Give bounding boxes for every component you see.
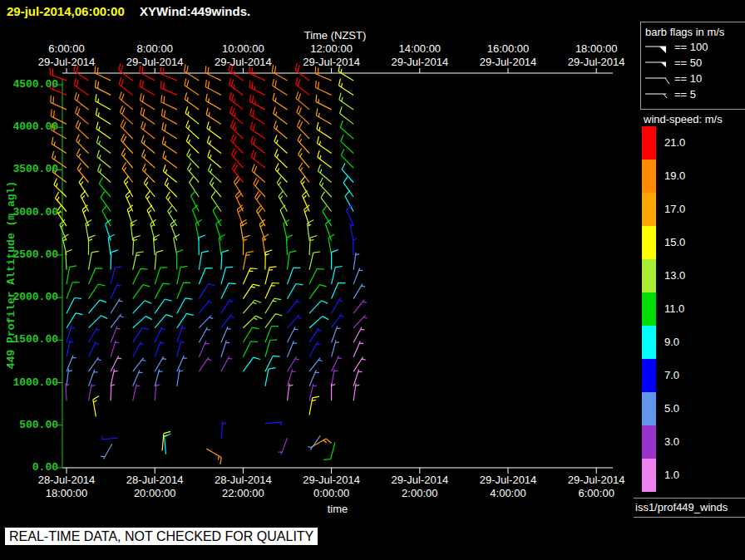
wind-barb <box>265 422 283 426</box>
wind-barb <box>161 95 177 110</box>
colorbar-value: 5.0 <box>664 402 679 415</box>
wind-barb <box>288 356 299 371</box>
wind-barb <box>265 368 276 386</box>
colorbar-swatch <box>642 459 656 492</box>
wind-barb <box>177 313 194 327</box>
wind-barb <box>161 81 177 95</box>
wind-barb <box>316 95 332 110</box>
bottom-axis-tick-date: 29-Jul-2014 <box>464 474 552 487</box>
wind-barb <box>199 327 210 342</box>
wind-barb <box>332 356 342 371</box>
top-axis-tick-date: 29-Jul-2014 <box>22 56 111 69</box>
wind-barb <box>120 91 133 109</box>
wind-barb <box>317 122 332 139</box>
quality-warning-banner: REAL-TIME DATA, NOT CHECKED FOR QUALITY <box>5 528 318 545</box>
wind-barb <box>89 370 98 386</box>
pennant-50-icon <box>644 56 671 70</box>
y-axis-tick-label: 0.00 <box>0 461 58 474</box>
wind-barb <box>93 396 99 417</box>
bottom-axis-tick-date: 28-Jul-2014 <box>111 474 199 487</box>
bottom-axis-tick-date: 29-Jul-2014 <box>288 474 376 487</box>
wind-barb <box>345 191 353 212</box>
wind-barb <box>111 267 122 284</box>
wind-barb <box>177 356 187 371</box>
wind-barb <box>279 438 288 454</box>
wind-barb <box>353 370 362 386</box>
wind-barb <box>199 341 209 357</box>
wind-barb <box>221 356 232 372</box>
wind-barb <box>221 267 233 284</box>
wind-barb <box>274 107 288 125</box>
wind-barb <box>190 191 199 212</box>
wind-barb <box>133 384 141 401</box>
wind-barb <box>161 109 176 125</box>
wind-barb <box>288 370 296 386</box>
wind-barb <box>75 92 89 110</box>
wind-barb <box>199 357 211 371</box>
colorbar-swatch <box>642 193 656 226</box>
wind-barb <box>155 283 170 299</box>
wind-barb <box>67 356 76 371</box>
wind-barb <box>353 384 359 401</box>
colorbar-value: 11.0 <box>664 302 684 316</box>
wind-barb <box>133 341 144 357</box>
bottom-axis-tick-time: 6:00:00 <box>552 487 640 500</box>
colorbar-swatch <box>642 392 656 425</box>
wind-barb <box>243 252 253 270</box>
wind-barb <box>332 327 341 343</box>
colorbar-swatch <box>642 425 656 459</box>
wind-barb <box>332 340 339 356</box>
wind-barb <box>206 449 221 464</box>
wind-barb <box>251 150 265 168</box>
wind-barb <box>124 176 133 197</box>
bottom-axis-tick-date: 28-Jul-2014 <box>22 474 111 487</box>
colorbar-value: 7.0 <box>664 369 679 382</box>
wind-barb <box>332 383 336 400</box>
wind-barb <box>199 316 213 328</box>
wind-barb <box>265 340 277 357</box>
colorbar-swatch <box>642 160 656 193</box>
wind-barb <box>255 191 265 211</box>
y-axis-tick-label: 2500.00 <box>0 248 58 262</box>
wind-barb <box>133 358 146 372</box>
wind-barb <box>155 383 160 400</box>
wind-barb <box>221 314 234 328</box>
wind-barb <box>140 80 155 96</box>
data-source-label: iss1/prof449_winds <box>635 501 728 514</box>
barb-flag-legend-label: == 100 <box>674 41 708 54</box>
wind-barb <box>133 252 144 270</box>
wind-barb <box>133 285 150 299</box>
wind-barb <box>155 250 163 269</box>
wind-barb <box>332 267 343 285</box>
wind-barb <box>141 135 155 154</box>
wind-barb <box>273 79 288 96</box>
wind-barb <box>52 137 67 154</box>
wind-profiler-plot-window: 29-jul-2014,06:00:00 XYWind:449winds. Ti… <box>0 0 745 560</box>
bottom-axis-tick-time: 2:00:00 <box>376 487 464 500</box>
wind-barb <box>288 341 298 357</box>
top-axis-tick-time: 8:00:00 <box>111 42 199 56</box>
wind-barb <box>332 314 344 328</box>
top-axis-tick-time: 6:00:00 <box>22 42 111 56</box>
full-barb-10-icon <box>644 71 671 86</box>
wind-barb <box>340 106 354 124</box>
wind-barb <box>140 93 155 109</box>
wind-barb <box>243 268 257 284</box>
wind-barb <box>185 106 199 124</box>
wind-barb <box>95 80 111 95</box>
footer-top-divider <box>634 498 745 499</box>
wind-barb <box>96 108 111 125</box>
wind-barb <box>177 298 193 313</box>
bottom-axis-tick-time: 22:00:00 <box>199 487 287 500</box>
wind-barb <box>67 326 75 342</box>
top-axis-tick-date: 29-Jul-2014 <box>464 56 552 69</box>
pennant-100-icon <box>644 40 671 54</box>
top-axis-tick-time: 18:00:00 <box>552 42 640 56</box>
wind-barb <box>323 442 335 459</box>
bottom-axis-tick-time: 0:00:00 <box>288 487 376 500</box>
wind-barb <box>155 341 164 357</box>
colorbar-value: 9.0 <box>664 336 679 349</box>
wind-barb <box>199 268 212 284</box>
y-axis-tick-label: 2000.00 <box>0 291 58 304</box>
top-axis-tick-date: 29-Jul-2014 <box>376 56 464 69</box>
